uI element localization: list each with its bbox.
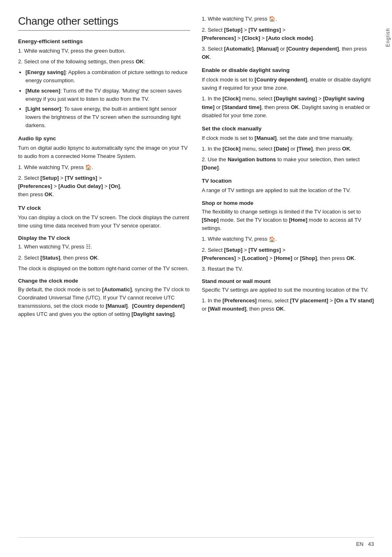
standard-time-label: [Standard time] xyxy=(222,104,261,110)
status-label: [Status] xyxy=(40,255,60,261)
change-clock-mode-heading: Change the clock mode xyxy=(18,278,190,284)
done-label: [Done] xyxy=(202,165,219,171)
footer-label: EN xyxy=(356,541,364,547)
energy-item-1: [Energy saving]: Applies a combination o… xyxy=(25,68,190,85)
page-container: Change other settings Energy-efficient s… xyxy=(0,0,392,557)
nav-buttons-label: Navigation buttons xyxy=(228,156,276,162)
menu-icon-1: ☷ xyxy=(86,243,91,251)
tvclock-section: TV clock You can display a clock on the … xyxy=(18,205,190,319)
tv-location-section: TV location A range of TV settings are a… xyxy=(202,178,374,313)
energy-heading: Energy-efficient settings xyxy=(18,38,190,44)
sh-preferences: [Preferences] xyxy=(202,255,236,261)
page-title: Change other settings xyxy=(18,15,190,31)
audio-para1: Turn on digital audio lipsync to automat… xyxy=(18,144,190,160)
footer-bar: EN 43 xyxy=(18,537,374,547)
right-preferences: [Preferences] xyxy=(202,35,236,41)
energy-para2-text: 2. Select one of the following settings,… xyxy=(18,58,134,65)
daylight-step1: 1. In the [Clock] menu, select [Daylight… xyxy=(202,95,374,119)
energy-list: [Energy saving]: Applies a combination o… xyxy=(25,68,190,130)
set-clock-section: Set the clock manually If clock mode is … xyxy=(202,125,374,172)
sh-setup: [Setup] xyxy=(224,247,242,253)
home-icon-3: 🏠 xyxy=(269,235,275,244)
shop-home-para1: The flexibility to change settings is li… xyxy=(202,208,374,232)
shop-home-step3: 3. Restart the TV. xyxy=(202,265,374,273)
tv-placement-label: [TV placement] xyxy=(290,297,328,304)
sh-home: [Home] xyxy=(274,255,293,261)
time-label: [Time] xyxy=(297,146,313,152)
right-setup: [Setup] xyxy=(224,27,242,33)
sh-tv-settings: [TV settings] xyxy=(249,247,281,253)
right-clock-ok: OK xyxy=(202,54,210,60)
set-clock-step1: 1. In the [Clock] menu, select [Date] or… xyxy=(202,145,374,153)
daylight-para1: If clock mode is set to [Country depende… xyxy=(202,76,374,92)
audio-heading: Audio lip sync xyxy=(18,135,190,142)
energy-section: Energy-efficient settings 1. While watch… xyxy=(18,38,190,130)
set-clock-ok1: OK xyxy=(342,146,350,152)
country-dependent-label: [Country dependent] xyxy=(132,303,184,309)
audio-section: Audio lip sync Turn on digital audio lip… xyxy=(18,135,190,199)
mount-step1: 1. In the [Preferences] menu, select [TV… xyxy=(202,297,374,313)
sh-shop: [Shop] xyxy=(300,255,317,261)
daylight-saving-label: [Daylight saving] xyxy=(274,95,317,102)
daylight-heading: Enable or disable daylight saving xyxy=(202,67,374,73)
left-column: Change other settings Energy-efficient s… xyxy=(18,15,190,542)
sh-ok: OK xyxy=(346,255,355,261)
set-clock-heading: Set the clock manually xyxy=(202,125,374,132)
daylight-clock-menu: [Clock] xyxy=(223,95,241,102)
audio-out-delay: [Audio Out delay] xyxy=(58,183,103,189)
shop-home-step2: 2. Select [Setup] > [TV settings] >[Pref… xyxy=(202,246,374,262)
change-clock-mode-text: By default, the clock mode is set to [Au… xyxy=(18,285,190,319)
content-area: Change other settings Energy-efficient s… xyxy=(0,0,392,557)
audio-on: [On] xyxy=(109,183,120,189)
display-clock-step2: 2. Select [Status], then press OK. xyxy=(18,254,190,262)
energy-item-2-label: [Mute screen] xyxy=(25,88,60,94)
shop-home-heading: Shop or home mode xyxy=(202,200,374,206)
right-clock-step3: 3. Select [Automatic], [Manual] or [Coun… xyxy=(202,45,374,61)
language-tab: English xyxy=(383,25,392,50)
energy-para2: 2. Select one of the following settings,… xyxy=(18,58,190,66)
right-manual: [Manual] xyxy=(257,46,279,52)
energy-item-2: [Mute screen]: Turns off the TV display.… xyxy=(25,87,190,103)
wall-mounted-label: [Wall mounted] xyxy=(208,306,246,312)
audio-tv-settings: [TV settings] xyxy=(65,175,97,181)
daylight-saving-left: [Daylight saving] xyxy=(131,311,175,317)
shop-label: [Shop] xyxy=(202,217,219,223)
mount-ok: OK xyxy=(276,306,284,312)
tv-location-heading: TV location xyxy=(202,178,374,184)
display-clock-step1: 1. When watching TV, press ☷. xyxy=(18,243,190,251)
display-clock-heading: Display the TV clock xyxy=(18,235,190,241)
right-clock-step2: 2. Select [Setup] > [TV settings] >[Pref… xyxy=(202,26,374,42)
display-clock-step3: The clock is displayed on the bottom rig… xyxy=(18,265,190,273)
tv-location-para1: A range of TV settings are applied to su… xyxy=(202,186,374,195)
audio-ok: OK xyxy=(44,191,53,197)
right-auto-clock: [Auto clock mode] xyxy=(266,35,313,41)
energy-item-1-label: [Energy saving] xyxy=(25,69,66,75)
energy-item-3-label: [Light sensor] xyxy=(25,106,61,112)
mount-para1: Specific TV settings are applied to suit… xyxy=(202,286,374,294)
energy-ok: OK xyxy=(136,58,144,65)
automatic-label: [Automatic] xyxy=(102,286,132,292)
right-country-dep: [Country dependent] xyxy=(286,46,339,52)
mount-preferences: [Preferences] xyxy=(223,297,257,304)
right-column: 1. While watching TV, press 🏠. 2. Select… xyxy=(202,15,374,542)
display-clock-ok: OK xyxy=(90,255,98,261)
manual-label-left: [Manual] xyxy=(106,303,127,309)
tvclock-para1: You can display a clock on the TV screen… xyxy=(18,214,190,230)
footer-page-number: 43 xyxy=(368,541,374,547)
tvclock-heading: TV clock xyxy=(18,205,190,211)
daylight-ok: OK xyxy=(291,104,299,110)
audio-preferences: [Preferences] xyxy=(18,183,52,189)
energy-para1: 1. While watching TV, press the green bu… xyxy=(18,47,190,55)
daylight-section: Enable or disable daylight saving If clo… xyxy=(202,67,374,120)
energy-item-3: [Light sensor]: To save energy, the buil… xyxy=(25,105,190,130)
mount-heading: Stand mount or wall mount xyxy=(202,278,374,284)
audio-step1-text: 1. While watching TV, press xyxy=(18,164,85,170)
set-clock-menu: [Clock] xyxy=(223,146,241,152)
sh-location: [Location] xyxy=(242,255,268,261)
right-automatic: [Automatic] xyxy=(224,46,254,52)
right-tv-settings: [TV settings] xyxy=(249,27,281,33)
right-clock: [Clock] xyxy=(242,35,260,41)
audio-step1: 1. While watching TV, press 🏠. xyxy=(18,163,190,172)
date-label: [Date] xyxy=(274,146,289,152)
daylight-country: [Country dependent] xyxy=(255,77,307,83)
